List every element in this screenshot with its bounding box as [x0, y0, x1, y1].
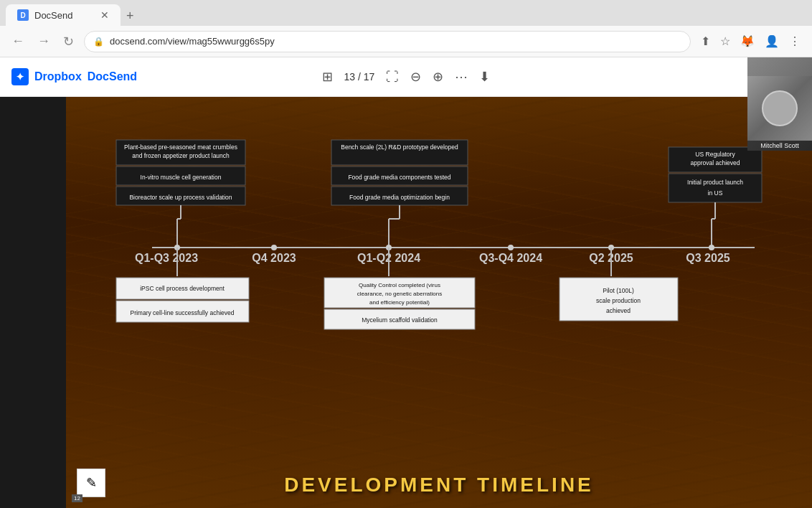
page-count-text: 13 / 17: [344, 71, 375, 83]
page-counter: ⊞ 13 / 17 ⛶ ⊖ ⊕ ⋯ ⬇: [322, 69, 491, 85]
svg-text:Q3 2025: Q3 2025: [686, 252, 730, 264]
svg-text:achieved: achieved: [606, 307, 631, 314]
new-tab-button[interactable]: +: [121, 9, 140, 24]
video-content: Mitchell Scott: [747, 57, 812, 151]
docsend-logo: ✦ Dropbox DocSend: [11, 68, 137, 85]
slide-wrapper: Plant-based pre-seasoned meat crumbles a…: [0, 97, 812, 508]
svg-rect-34: [669, 174, 762, 202]
svg-text:Initial product launch: Initial product launch: [687, 179, 743, 186]
svg-point-27: [508, 245, 514, 250]
svg-text:clearance, no genetic aberrati: clearance, no genetic aberrations: [357, 291, 442, 297]
svg-text:and  frozen appetizer product : and frozen appetizer product launch: [132, 152, 230, 159]
svg-text:in US: in US: [708, 189, 723, 197]
slide-area: Plant-based pre-seasoned meat crumbles a…: [66, 97, 812, 508]
svg-text:Primary cell-line successfully: Primary cell-line successfully achieved: [130, 309, 234, 316]
svg-text:Pilot (100L): Pilot (100L): [603, 287, 634, 294]
slide-title: DEVELOPMENT TIMELINE: [284, 474, 594, 497]
svg-text:Mycelium scaffold validation: Mycelium scaffold validation: [362, 316, 438, 324]
active-tab[interactable]: D DocSend ✕: [6, 4, 121, 26]
counter-controls: ⊞ 13 / 17 ⛶ ⊖ ⊕ ⋯ ⬇: [322, 69, 491, 85]
url-text: docsend.com/view/mag55wwurgg6s5py: [110, 36, 275, 47]
svg-text:Food grade media components te: Food grade media components tested: [348, 174, 450, 181]
svg-text:iPSC cell process development: iPSC cell process development: [140, 285, 225, 292]
svg-text:approval achieved: approval achieved: [691, 159, 740, 166]
svg-text:In-vitro muscle cell generatio: In-vitro muscle cell generation: [141, 174, 222, 181]
video-thumbnail: Mitchell Scott: [747, 57, 812, 151]
address-bar[interactable]: 🔒 docsend.com/view/mag55wwurgg6s5py: [84, 31, 691, 52]
svg-text:Q3-Q4 2024: Q3-Q4 2024: [479, 252, 542, 264]
browser-chrome: D DocSend ✕ + ← → ↻ 🔒 docsend.com/view/m…: [0, 0, 812, 97]
dropbox-logo-icon: ✦: [11, 68, 29, 85]
svg-text:and efficiency potential): and efficiency potential): [369, 299, 430, 306]
bookmark-button[interactable]: ☆: [717, 32, 733, 51]
svg-text:Bench scale (2L) R&D prototype: Bench scale (2L) R&D prototype developed: [341, 144, 458, 151]
back-button[interactable]: ←: [9, 31, 27, 52]
zoom-out-button[interactable]: ⊖: [410, 69, 421, 85]
tab-favicon: D: [17, 9, 29, 21]
timeline-svg: Plant-based pre-seasoned meat crumbles a…: [80, 108, 769, 459]
forward-button[interactable]: →: [34, 31, 53, 52]
svg-text:Food grade media optimization : Food grade media optimization begin: [349, 194, 450, 201]
profile-button[interactable]: 👤: [762, 32, 782, 51]
docsend-label: DocSend: [88, 70, 137, 83]
tab-close-button[interactable]: ✕: [100, 9, 109, 21]
zoom-in-button[interactable]: ⊕: [433, 69, 443, 85]
docsend-toolbar: ✦ Dropbox DocSend ⊞ 13 / 17 ⛶ ⊖ ⊕ ⋯ ⬇ Mi…: [0, 57, 812, 97]
tab-bar: D DocSend ✕ +: [0, 0, 812, 26]
svg-text:Bioreactor scale up process va: Bioreactor scale up process validation: [129, 194, 232, 201]
dropbox-label: Dropbox: [34, 70, 82, 83]
tab-title: DocSend: [34, 10, 95, 21]
sidebar-left: [0, 97, 66, 508]
slide-content: Plant-based pre-seasoned meat crumbles a…: [66, 97, 812, 508]
lock-icon: 🔒: [93, 37, 104, 47]
svg-text:US Regulatory: US Regulatory: [695, 151, 735, 158]
download-button[interactable]: ⬇: [479, 69, 490, 85]
svg-text:Q4 2023: Q4 2023: [252, 252, 296, 264]
svg-text:Q1-Q3 2023: Q1-Q3 2023: [135, 252, 198, 264]
svg-text:scale production: scale production: [596, 297, 641, 304]
grid-view-button[interactable]: ⊞: [322, 69, 333, 85]
video-person-name: Mitchell Scott: [747, 141, 812, 151]
share-button[interactable]: ⬆: [698, 32, 713, 51]
menu-button[interactable]: ⋮: [786, 32, 803, 51]
svg-text:Quality Control completed (vir: Quality Control completed (virus: [359, 282, 440, 288]
more-options-button[interactable]: ⋯: [455, 69, 468, 85]
address-bar-row: ← → ↻ 🔒 docsend.com/view/mag55wwurgg6s5p…: [0, 26, 812, 57]
svg-point-40: [709, 245, 714, 250]
svg-text:Plant-based pre-seasoned meat : Plant-based pre-seasoned meat crumbles: [124, 144, 237, 151]
extension-button[interactable]: 🦊: [737, 32, 757, 51]
toolbar-icons: ⬆ ☆ 🦊 👤 ⋮: [698, 32, 803, 51]
fullscreen-button[interactable]: ⛶: [386, 70, 399, 85]
svg-point-14: [271, 245, 277, 250]
refresh-button[interactable]: ↻: [60, 31, 77, 52]
